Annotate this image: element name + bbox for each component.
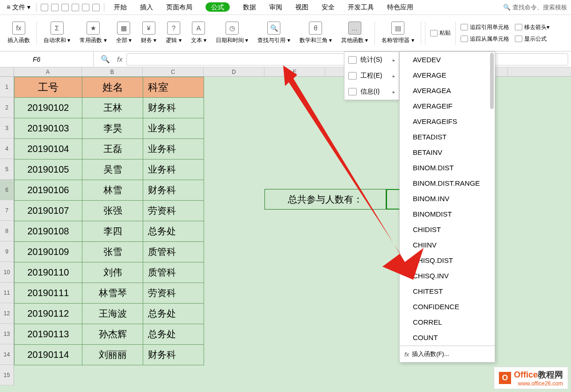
row-header-3[interactable]: 3 bbox=[0, 118, 14, 138]
table-cell[interactable]: 林雪 bbox=[82, 180, 143, 201]
ribbon-自动求和[interactable]: Σ自动求和 ▾ bbox=[41, 22, 73, 44]
function-item-BETADIST[interactable]: BETADIST bbox=[400, 129, 495, 145]
row-header-7[interactable]: 7 bbox=[0, 200, 14, 221]
function-item-BINOMDIST[interactable]: BINOMDIST bbox=[400, 206, 495, 222]
table-cell[interactable]: 财务科 bbox=[143, 98, 204, 118]
function-item-BINOM.DIST[interactable]: BINOM.DIST bbox=[400, 160, 495, 175]
table-cell[interactable]: 总务处 bbox=[143, 304, 204, 324]
trace-precedents[interactable]: 追踪引用单元格 bbox=[458, 22, 512, 33]
menu-tab-公式[interactable]: 公式 bbox=[205, 2, 230, 12]
name-box[interactable]: F6 bbox=[0, 51, 94, 67]
table-cell[interactable]: 吴雪 bbox=[82, 160, 143, 180]
zoom-icon[interactable]: 🔍 bbox=[101, 55, 110, 64]
function-item-BINOM.INV[interactable]: BINOM.INV bbox=[400, 191, 495, 206]
row-header-10[interactable]: 10 bbox=[0, 262, 14, 283]
table-cell[interactable]: 刘伟 bbox=[82, 262, 143, 283]
table-cell[interactable]: 王磊 bbox=[82, 139, 143, 160]
menu-tab-数据[interactable]: 数据 bbox=[243, 3, 256, 11]
table-cell[interactable]: 20190114 bbox=[15, 345, 82, 365]
ribbon-数学和三角[interactable]: θ数学和三角 ▾ bbox=[297, 22, 335, 44]
row-header-11[interactable]: 11 bbox=[0, 283, 14, 303]
table-cell[interactable]: 业务科 bbox=[143, 118, 204, 139]
row-header-12[interactable]: 12 bbox=[0, 303, 14, 324]
table-cell[interactable]: 20190113 bbox=[15, 324, 82, 345]
function-item-CONFIDENCE[interactable]: CONFIDENCE bbox=[400, 299, 495, 314]
table-cell[interactable]: 张强 bbox=[82, 201, 143, 221]
toolbar-icon[interactable] bbox=[61, 4, 69, 11]
table-cell[interactable]: 20190105 bbox=[15, 160, 82, 180]
table-cell[interactable]: 20190108 bbox=[15, 221, 82, 242]
table-cell[interactable]: 李昊 bbox=[82, 118, 143, 139]
trace-dependents[interactable]: 追踪从属单元格 bbox=[458, 33, 512, 45]
table-cell[interactable]: 财务科 bbox=[143, 345, 204, 365]
row-header-15[interactable]: 15 bbox=[0, 365, 14, 385]
file-menu[interactable]: ≡ 文件 ▾ bbox=[4, 2, 33, 13]
table-cell[interactable]: 20190107 bbox=[15, 201, 82, 221]
function-item-AVERAGEIF[interactable]: AVERAGEIF bbox=[400, 98, 495, 114]
fx-label[interactable]: fx bbox=[117, 55, 123, 63]
row-header-1[interactable]: 1 bbox=[0, 77, 14, 97]
merged-label-cell[interactable]: 总共参与人数有： bbox=[264, 189, 386, 210]
table-cell[interactable]: 林雪琴 bbox=[82, 283, 143, 304]
menu-tab-安全[interactable]: 安全 bbox=[322, 3, 335, 11]
ribbon-文本[interactable]: A文本 ▾ bbox=[188, 22, 209, 44]
menu-tab-审阅[interactable]: 审阅 bbox=[269, 3, 282, 11]
submenu-item[interactable]: 信息(I)▸ bbox=[344, 84, 399, 100]
function-item-COUNT[interactable]: COUNT bbox=[400, 330, 495, 345]
row-header-9[interactable]: 9 bbox=[0, 241, 14, 262]
row-header-2[interactable]: 2 bbox=[0, 97, 14, 118]
function-item-AVEDEV[interactable]: AVEDEV bbox=[400, 52, 495, 67]
ribbon-名称管理器[interactable]: ▤名称管理器 ▾ bbox=[379, 22, 417, 44]
table-cell[interactable]: 20190104 bbox=[15, 139, 82, 160]
table-cell[interactable]: 质管科 bbox=[143, 242, 204, 262]
table-cell[interactable]: 20190106 bbox=[15, 180, 82, 201]
ribbon-全部[interactable]: ▦全部 ▾ bbox=[113, 22, 134, 44]
function-item-CHISQ.DIST[interactable]: CHISQ.DIST bbox=[400, 253, 495, 268]
table-cell[interactable]: 20190103 bbox=[15, 118, 82, 139]
function-item-AVERAGEIFS[interactable]: AVERAGEIFS bbox=[400, 114, 495, 129]
row-header-5[interactable]: 5 bbox=[0, 159, 14, 180]
function-item-BINOM.DIST.RANGE[interactable]: BINOM.DIST.RANGE bbox=[400, 175, 495, 191]
ribbon-逻辑[interactable]: ?逻辑 ▾ bbox=[163, 22, 184, 44]
row-header-6[interactable]: 6 bbox=[0, 180, 14, 200]
table-cell[interactable]: 张雪 bbox=[82, 242, 143, 262]
ribbon-常用函数[interactable]: ★常用函数 ▾ bbox=[77, 22, 109, 44]
toolbar-icon[interactable] bbox=[51, 4, 59, 11]
table-cell[interactable]: 质管科 bbox=[143, 262, 204, 283]
show-formulas[interactable]: 显示公式 bbox=[512, 33, 552, 45]
table-cell[interactable]: 20190109 bbox=[15, 242, 82, 262]
function-item-CHITEST[interactable]: CHITEST bbox=[400, 283, 495, 299]
table-header[interactable]: 工号 bbox=[15, 77, 82, 98]
table-cell[interactable]: 李四 bbox=[82, 221, 143, 242]
function-item-BETAINV[interactable]: BETAINV bbox=[400, 145, 495, 160]
col-header-B[interactable]: B bbox=[82, 67, 143, 76]
col-header-D[interactable]: D bbox=[204, 67, 264, 76]
function-item-CHIINV[interactable]: CHIINV bbox=[400, 237, 495, 253]
insert-function-link[interactable]: fx插入函数(F)... bbox=[400, 346, 495, 362]
function-item-AVERAGEA[interactable]: AVERAGEA bbox=[400, 83, 495, 98]
function-item-COUNTA[interactable]: COUNTA bbox=[400, 345, 495, 346]
table-cell[interactable]: 业务科 bbox=[143, 160, 204, 180]
submenu-item[interactable]: 工程(E)▸ bbox=[344, 68, 399, 84]
table-cell[interactable]: 财务科 bbox=[143, 180, 204, 201]
remove-arrows[interactable]: 移去箭头 ▾ bbox=[512, 22, 552, 33]
ribbon-查找与引用[interactable]: 🔍查找与引用 ▾ bbox=[255, 22, 293, 44]
function-item-CHISQ.INV[interactable]: CHISQ.INV bbox=[400, 268, 495, 283]
ribbon-插入函数[interactable]: fx插入函数 bbox=[5, 22, 33, 44]
row-header-4[interactable]: 4 bbox=[0, 138, 14, 159]
menu-tab-开始[interactable]: 开始 bbox=[114, 3, 127, 11]
row-header-14[interactable]: 14 bbox=[0, 344, 14, 365]
menu-tab-视图[interactable]: 视图 bbox=[295, 3, 308, 11]
menu-tab-插入[interactable]: 插入 bbox=[140, 3, 153, 11]
submenu-item[interactable]: 统计(S)▸ bbox=[344, 52, 399, 68]
table-header[interactable]: 姓名 bbox=[82, 77, 143, 98]
table-cell[interactable]: 20190111 bbox=[15, 283, 82, 304]
toolbar-icon[interactable] bbox=[92, 4, 100, 11]
table-cell[interactable]: 王林 bbox=[82, 98, 143, 118]
table-cell[interactable]: 总务处 bbox=[143, 221, 204, 242]
table-cell[interactable]: 20190102 bbox=[15, 98, 82, 118]
table-cell[interactable]: 20190110 bbox=[15, 262, 82, 283]
col-header-E[interactable]: E bbox=[264, 67, 325, 76]
select-all-corner[interactable] bbox=[0, 67, 14, 76]
toolbar-icon[interactable] bbox=[82, 4, 89, 11]
